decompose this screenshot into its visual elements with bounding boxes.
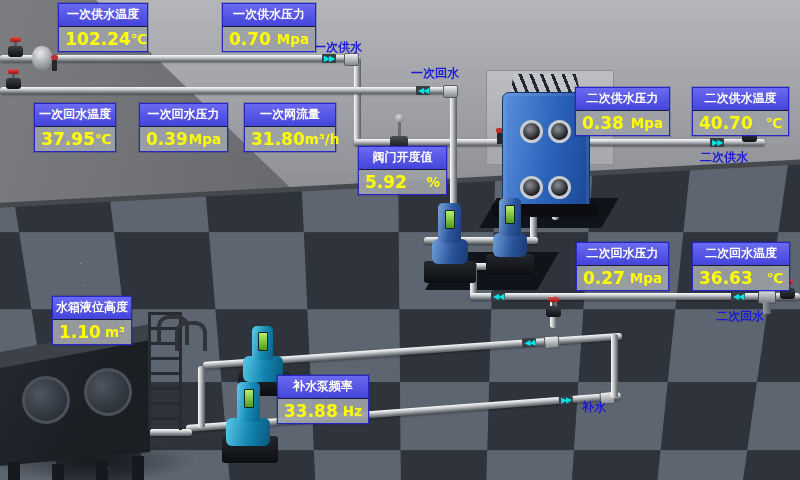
gauge-label: 一次供水压力 bbox=[223, 4, 315, 27]
pump-indicator bbox=[258, 332, 268, 351]
flow-arrows-left-icon: ◀◀ bbox=[522, 338, 537, 348]
tank-leg bbox=[52, 464, 64, 480]
gauge-unit: ℃ bbox=[95, 131, 111, 147]
tank-leg bbox=[132, 456, 144, 480]
gauge-tank-level: 水箱液位高度 1.10m³ bbox=[52, 296, 132, 345]
gauge-label: 补水泵频率 bbox=[278, 376, 368, 399]
pump-indicator bbox=[445, 210, 455, 229]
flow-arrows-left-icon: ◀◀ bbox=[731, 292, 745, 301]
pipe-label-primary-supply: 一次供水 bbox=[314, 39, 362, 56]
gauge-label: 水箱液位高度 bbox=[53, 297, 131, 320]
gauge-value: 0.70 bbox=[229, 29, 271, 49]
sensor-icon bbox=[52, 60, 57, 71]
gauge-label: 一次回水温度 bbox=[35, 104, 115, 127]
tank-manhole-cover bbox=[22, 376, 70, 424]
gauge-value: 37.95 bbox=[41, 129, 95, 149]
gauge-label: 二次回水压力 bbox=[577, 243, 668, 266]
gauge-unit: Hz bbox=[343, 403, 362, 419]
pipe-label-makeup-water: 补水 bbox=[582, 399, 606, 416]
circulation-pump-1[interactable] bbox=[424, 203, 478, 285]
gauge-unit: ℃ bbox=[766, 115, 782, 131]
gauge-primary-supply-pressure: 一次供水压力 0.70Mpa bbox=[222, 3, 316, 52]
pump-indicator bbox=[505, 205, 515, 224]
gauge-primary-network-flow: 一次网流量 31.80m³/h bbox=[244, 103, 336, 152]
gauge-label: 一次回水压力 bbox=[140, 104, 227, 127]
gauge-secondary-supply-temp: 二次供水温度 40.70℃ bbox=[692, 87, 789, 136]
pump-motor bbox=[499, 198, 521, 236]
pipe-primary-return bbox=[0, 87, 458, 94]
hx-port-bottom-left bbox=[520, 176, 543, 199]
strainer-icon[interactable] bbox=[32, 46, 52, 70]
gauge-unit: Mpa bbox=[277, 31, 309, 47]
gauge-value: 0.27 bbox=[583, 268, 625, 288]
gauge-secondary-supply-pressure: 二次供水压力 0.38Mpa bbox=[575, 87, 670, 136]
gauge-label: 一次网流量 bbox=[245, 104, 335, 127]
flow-arrows-right-icon: ▶▶ bbox=[710, 138, 724, 147]
gauge-secondary-return-temp: 二次回水温度 36.63℃ bbox=[692, 242, 790, 291]
flow-arrows-right-icon: ▶▶ bbox=[559, 395, 574, 405]
flow-arrows-left-icon: ◀◀ bbox=[491, 292, 505, 301]
pipe-primary-supply-drop bbox=[354, 58, 361, 142]
pipe-tee bbox=[758, 290, 776, 304]
hx-port-top-left bbox=[520, 120, 543, 143]
gauge-unit: Mpa bbox=[630, 270, 662, 286]
gauge-primary-supply-temp: 一次供水温度 102.24℃ bbox=[58, 3, 148, 52]
pipe-secondary-return bbox=[470, 293, 800, 300]
pump-base bbox=[424, 261, 476, 283]
pipe-tank-link bbox=[198, 366, 205, 428]
pump-volute bbox=[226, 418, 270, 446]
pipe-flange bbox=[443, 85, 458, 98]
valve-icon[interactable] bbox=[546, 306, 561, 317]
hmi-scada-screen: ▶▶ ◀◀ ▶▶ ◀◀ ◀◀ ◀◀ ▶▶ bbox=[0, 0, 800, 480]
gauge-value: 31.80 bbox=[251, 129, 305, 149]
circulation-pump-2[interactable] bbox=[486, 198, 536, 278]
tank-leg bbox=[96, 460, 108, 480]
pump-motor bbox=[438, 203, 461, 243]
gauge-unit: m³ bbox=[105, 324, 125, 340]
makeup-pump-2[interactable] bbox=[222, 382, 280, 464]
tank-overflow-pipe bbox=[175, 321, 207, 351]
pipe-label-primary-return: 一次回水 bbox=[411, 65, 459, 82]
gauge-value: 1.10 bbox=[59, 322, 101, 342]
gauge-makeup-pump-frequency: 补水泵频率 33.88Hz bbox=[277, 375, 369, 424]
tank-leg bbox=[8, 462, 20, 480]
gauge-primary-return-pressure: 一次回水压力 0.39Mpa bbox=[139, 103, 228, 152]
tank-manhole-cover bbox=[84, 368, 132, 416]
gauge-unit: Mpa bbox=[189, 131, 221, 147]
hx-port-bottom-right bbox=[548, 176, 571, 199]
gauge-unit: % bbox=[426, 174, 440, 190]
gauge-valve-opening: 阀门开度值 5.92% bbox=[358, 146, 447, 195]
pump-motor bbox=[252, 326, 273, 360]
flow-arrows-left-icon: ◀◀ bbox=[416, 86, 430, 95]
pump-motor bbox=[237, 382, 260, 422]
pipe-makeup-riser bbox=[611, 334, 618, 398]
gauge-value: 36.63 bbox=[699, 268, 753, 288]
pipe-flange bbox=[544, 335, 560, 349]
gauge-value: 0.38 bbox=[582, 113, 624, 133]
pipe-label-secondary-supply: 二次供水 bbox=[700, 149, 748, 166]
gauge-label: 阀门开度值 bbox=[359, 147, 446, 170]
gauge-value: 33.88 bbox=[284, 401, 338, 421]
gauge-unit: ℃ bbox=[131, 31, 147, 47]
gauge-label: 一次供水温度 bbox=[59, 4, 147, 27]
gauge-value: 5.92 bbox=[365, 172, 407, 192]
gauge-value: 0.39 bbox=[146, 129, 188, 149]
gauge-value: 102.24 bbox=[65, 29, 131, 49]
gauge-secondary-return-pressure: 二次回水压力 0.27Mpa bbox=[576, 242, 669, 291]
gauge-primary-return-temp: 一次回水温度 37.95℃ bbox=[34, 103, 116, 152]
pump-base bbox=[486, 254, 534, 275]
gauge-label: 二次供水压力 bbox=[576, 88, 669, 111]
gauge-value: 40.70 bbox=[699, 113, 753, 133]
gauge-unit: Mpa bbox=[631, 115, 663, 131]
pipe-label-secondary-return: 二次回水 bbox=[716, 308, 764, 325]
hx-port-top-right bbox=[548, 120, 571, 143]
valve-icon[interactable] bbox=[8, 46, 23, 57]
pump-indicator bbox=[244, 389, 254, 408]
gauge-unit: ℃ bbox=[767, 270, 783, 286]
gauge-label: 二次供水温度 bbox=[693, 88, 788, 111]
pump-volute bbox=[493, 233, 527, 257]
gauge-unit: m³/h bbox=[305, 131, 340, 147]
gauge-label: 二次回水温度 bbox=[693, 243, 789, 266]
valve-icon[interactable] bbox=[6, 78, 21, 89]
